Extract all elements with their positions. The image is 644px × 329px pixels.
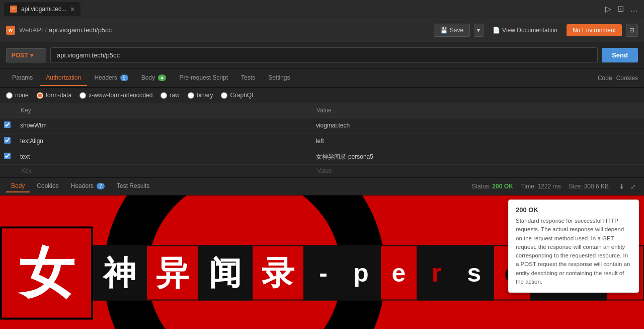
size-label: Size: 300.6 KB bbox=[569, 183, 609, 190]
play-button[interactable]: ▷ bbox=[603, 3, 613, 15]
breadcrumb-current: api.viogami.tech/p5cc bbox=[49, 26, 112, 34]
empty-check-cell bbox=[0, 165, 15, 177]
row2-key-input[interactable] bbox=[19, 136, 306, 146]
body-badge: ● bbox=[158, 75, 166, 81]
row3-checkbox[interactable] bbox=[4, 153, 11, 159]
url-bar: POST ▾ Send bbox=[0, 42, 644, 69]
row1-value-cell bbox=[310, 118, 644, 134]
body-type-urlencoded[interactable]: x-www-form-urlencoded bbox=[79, 92, 152, 99]
row1-checkbox[interactable] bbox=[4, 121, 11, 128]
breadcrumb-sep: / bbox=[45, 26, 47, 34]
status-info: Status: 200 OK Time: 1222 ms Size: 300.6… bbox=[472, 182, 638, 191]
send-button[interactable]: Send bbox=[602, 48, 638, 62]
method-dropdown-icon: ▾ bbox=[30, 52, 33, 59]
split-button[interactable]: ⊡ bbox=[615, 3, 626, 15]
response-body-area: 女 神 异 闻 录 - p bbox=[0, 195, 644, 329]
body-type-form-data[interactable]: form-data bbox=[37, 92, 71, 99]
send-label: Send bbox=[612, 51, 628, 59]
tab-authorization[interactable]: Authorization bbox=[40, 70, 87, 86]
char-box-yi: 异 bbox=[146, 245, 199, 301]
table-row bbox=[0, 118, 644, 134]
save-dropdown-button[interactable]: ▾ bbox=[474, 24, 484, 37]
tab-headers[interactable]: Headers 9 bbox=[88, 70, 134, 86]
row1-check-cell bbox=[0, 118, 15, 134]
resp-actions: ⬇ ⤢ bbox=[617, 182, 638, 191]
tab-favicon: P bbox=[10, 6, 17, 13]
form-data-table: Key Value Key Value bbox=[0, 103, 644, 177]
doc-icon: 📄 bbox=[493, 27, 500, 34]
key-header: Key bbox=[15, 103, 310, 118]
char-box-e: e bbox=[380, 245, 418, 301]
tab-params[interactable]: Params bbox=[6, 70, 39, 86]
body-type-row: none form-data x-www-form-urlencoded raw… bbox=[0, 88, 644, 103]
row2-checkbox[interactable] bbox=[4, 137, 11, 144]
active-tab[interactable]: P api.viogami.tec... × bbox=[4, 2, 80, 16]
resp-tab-body[interactable]: Body bbox=[6, 180, 30, 192]
expand-button[interactable]: ⤢ bbox=[628, 182, 638, 191]
check-header bbox=[0, 103, 15, 118]
save-resp-button[interactable]: ⬇ bbox=[617, 182, 626, 191]
headers-badge: 9 bbox=[120, 75, 128, 81]
table-row-empty: Key Value bbox=[0, 165, 644, 177]
more-button[interactable]: … bbox=[628, 3, 640, 15]
app-logo: W bbox=[6, 26, 15, 35]
env-more-button[interactable]: ⊡ bbox=[626, 24, 638, 37]
tab-actions: Code Cookies bbox=[598, 75, 638, 82]
tab-bar: P api.viogami.tec... × bbox=[0, 0, 85, 18]
row1-value-input[interactable] bbox=[314, 120, 640, 130]
resp-headers-badge: 7 bbox=[97, 183, 105, 189]
breadcrumb: WebAPI / api.viogami.tech/p5cc bbox=[19, 26, 112, 34]
browser-chrome: P api.viogami.tec... × ▷ ⊡ … bbox=[0, 0, 644, 18]
row2-check-cell bbox=[0, 134, 15, 149]
resp-tab-test-results[interactable]: Test Results bbox=[112, 180, 154, 192]
empty-key-cell: Key bbox=[15, 165, 310, 177]
tab-tests[interactable]: Tests bbox=[235, 70, 261, 86]
tab-body[interactable]: Body ● bbox=[135, 70, 173, 86]
body-type-graphql[interactable]: GraphQL bbox=[221, 92, 255, 99]
body-type-raw[interactable]: raw bbox=[160, 92, 179, 99]
row2-value-cell bbox=[310, 134, 644, 149]
value-header: Value bbox=[310, 103, 644, 118]
tooltip-text: Standard response for successful HTTP re… bbox=[516, 217, 631, 286]
environment-selector[interactable]: No Environment bbox=[567, 24, 622, 36]
char-box-shen: 神 bbox=[93, 245, 146, 301]
time-value: 1222 ms bbox=[538, 183, 561, 190]
status-tooltip: 200 OK Standard response for successful … bbox=[508, 200, 639, 293]
body-type-binary[interactable]: binary bbox=[188, 92, 213, 99]
char-box-r: r bbox=[418, 245, 455, 301]
view-docs-button[interactable]: 📄 View Documentation bbox=[488, 24, 562, 36]
size-value: 300.6 KB bbox=[584, 183, 609, 190]
row2-value-input[interactable] bbox=[314, 136, 640, 146]
row3-value-input[interactable] bbox=[314, 152, 640, 162]
breadcrumb-root[interactable]: WebAPI bbox=[19, 26, 43, 34]
cookies-link[interactable]: Cookies bbox=[616, 75, 638, 82]
char-box-dash: - bbox=[304, 245, 342, 301]
save-icon: 💾 bbox=[440, 27, 448, 34]
status-label: Status: 200 OK bbox=[472, 183, 513, 190]
resp-tab-cookies[interactable]: Cookies bbox=[32, 180, 63, 192]
request-tabs: Params Authorization Headers 9 Body ● Pr… bbox=[0, 69, 644, 88]
tab-close-button[interactable]: × bbox=[70, 5, 74, 13]
browser-controls: ▷ ⊡ … bbox=[599, 3, 644, 15]
resp-tab-headers[interactable]: Headers 7 bbox=[66, 180, 110, 192]
body-type-none[interactable]: none bbox=[6, 92, 29, 99]
save-button[interactable]: 💾 Save bbox=[434, 24, 470, 37]
row1-key-cell bbox=[15, 118, 310, 134]
tab-settings[interactable]: Settings bbox=[262, 70, 296, 86]
url-input[interactable] bbox=[50, 47, 598, 63]
code-link[interactable]: Code bbox=[598, 75, 612, 82]
tooltip-title: 200 OK bbox=[516, 206, 631, 214]
view-docs-label: View Documentation bbox=[502, 27, 557, 34]
row3-key-input[interactable] bbox=[19, 152, 306, 162]
method-selector[interactable]: POST ▾ bbox=[6, 48, 46, 62]
table-row bbox=[0, 134, 644, 149]
method-label: POST bbox=[12, 52, 28, 59]
tab-prerequest[interactable]: Pre-request Script bbox=[173, 70, 234, 86]
row1-key-input[interactable] bbox=[19, 120, 306, 130]
env-label: No Environment bbox=[573, 27, 616, 34]
row3-check-cell bbox=[0, 149, 15, 165]
char-box-wen: 闻 bbox=[199, 245, 252, 301]
row3-key-cell bbox=[15, 149, 310, 165]
table-row bbox=[0, 149, 644, 165]
char-box-p: p bbox=[342, 245, 380, 301]
